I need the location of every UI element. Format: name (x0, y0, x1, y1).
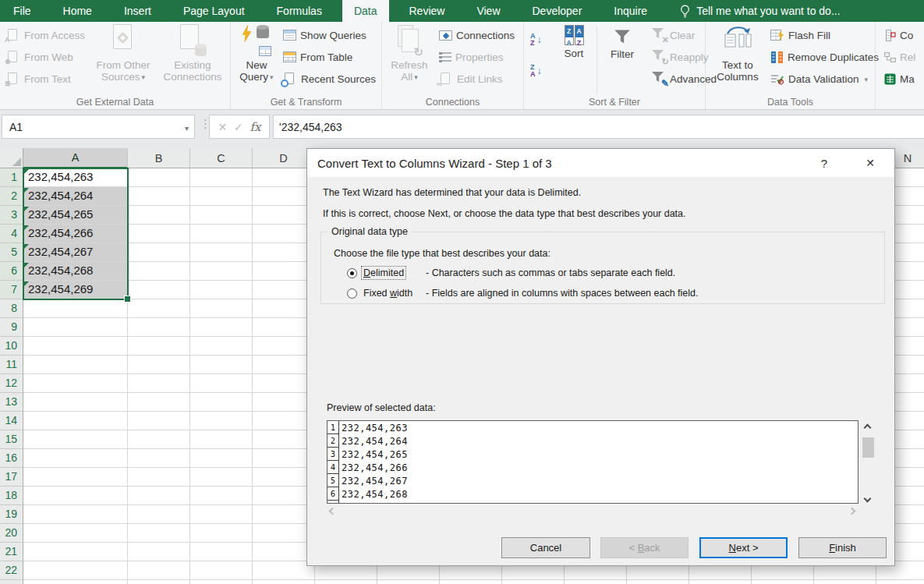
row-header[interactable]: 3 (0, 206, 23, 225)
fixed-width-radio[interactable] (347, 288, 357, 299)
cell-column-a[interactable] (23, 318, 128, 337)
tell-me-box[interactable]: Tell me what you want to do... (672, 0, 848, 22)
cell-column-a[interactable] (23, 487, 128, 505)
cell-column-a[interactable] (23, 337, 128, 356)
connections-button[interactable]: Connections (437, 24, 517, 46)
tab-review[interactable]: Review (398, 0, 457, 22)
remove-duplicates-button[interactable]: Remove Duplicates (768, 46, 881, 68)
row-header[interactable]: 20 (0, 524, 23, 543)
cell-column-a[interactable] (23, 449, 128, 468)
fixed-width-label[interactable]: Fixed width (362, 287, 426, 299)
tab-page-layout[interactable]: Page Layout (172, 0, 257, 22)
cell-column-a[interactable]: 232,454,266 (23, 225, 128, 243)
cell-column-a[interactable]: 232,454,267 (23, 243, 128, 262)
cell-column-a[interactable] (23, 299, 128, 318)
row-header[interactable]: 7 (0, 281, 23, 299)
from-access-button[interactable]: A From Access (4, 24, 87, 46)
tab-developer[interactable]: Developer (521, 0, 594, 22)
row-header[interactable]: 10 (0, 337, 23, 356)
cell-column-a[interactable] (23, 393, 128, 412)
edit-links-button[interactable]: ∞ Edit Links (437, 68, 517, 90)
text-to-columns-button[interactable]: Text to Columns (710, 23, 765, 83)
select-all-corner[interactable] (0, 148, 23, 168)
cell-column-a[interactable]: 232,454,269 (23, 281, 128, 299)
column-header-c[interactable]: C (190, 148, 253, 168)
cell-column-a[interactable]: 232,454,264 (23, 187, 128, 206)
row-header[interactable]: 5 (0, 243, 23, 262)
dialog-title-bar[interactable]: Convert Text to Columns Wizard - Step 1 … (307, 149, 894, 177)
preview-box[interactable]: 1 232,454,263 2 232,454,264 3 232,454,26… (327, 420, 859, 504)
tab-insert[interactable]: Insert (112, 0, 163, 22)
tab-home[interactable]: Home (51, 0, 104, 22)
manage-data-model-button[interactable]: Ma (882, 68, 918, 90)
cell-column-a[interactable] (23, 430, 128, 449)
dialog-help-button[interactable]: ? (812, 149, 837, 177)
row-header[interactable]: 21 (0, 543, 23, 561)
new-query-button[interactable]: New Query (235, 23, 278, 83)
row-header[interactable]: 11 (0, 356, 23, 374)
row-header[interactable]: 8 (0, 299, 23, 318)
row-header[interactable]: 1 (0, 168, 23, 187)
row-header[interactable]: 14 (0, 412, 23, 430)
cell-column-a[interactable] (23, 505, 128, 524)
column-header-a[interactable]: A (23, 148, 128, 168)
dialog-close-button[interactable]: ✕ (857, 149, 883, 177)
cell-column-a[interactable] (23, 543, 128, 561)
filter-button[interactable]: Filter (602, 25, 643, 60)
scrollbar-thumb[interactable] (862, 437, 874, 458)
name-box[interactable]: A1 ▾ (2, 115, 195, 139)
from-web-button[interactable]: ⊕ From Web (4, 46, 87, 68)
refresh-all-button[interactable]: ↻ Refresh All (385, 23, 434, 83)
finish-button[interactable]: Finish (798, 537, 887, 558)
cancel-entry-icon[interactable]: ✕ (218, 121, 227, 133)
row-header[interactable]: 18 (0, 487, 23, 505)
row-header[interactable]: 17 (0, 468, 23, 487)
row-header[interactable]: 19 (0, 505, 23, 524)
cancel-button[interactable]: Cancel (501, 537, 590, 558)
delimited-radio[interactable] (347, 268, 357, 278)
cell-column-a[interactable]: 232,454,268 (23, 262, 128, 281)
tab-formulas[interactable]: Formulas (265, 0, 334, 22)
cell-column-a[interactable] (23, 374, 128, 393)
sort-ascending-button[interactable]: AZ↓ (528, 24, 553, 55)
cell-column-a[interactable] (23, 580, 128, 584)
cell-column-a[interactable] (23, 468, 128, 487)
cell-column-a[interactable]: 232,454,265 (23, 206, 128, 225)
row-header[interactable]: 9 (0, 318, 23, 337)
row-header[interactable]: 2 (0, 187, 23, 206)
row-header[interactable]: 6 (0, 262, 23, 281)
column-header-d[interactable]: D (253, 148, 315, 168)
row-header[interactable]: 22 (0, 561, 23, 580)
cell-column-a[interactable] (23, 524, 128, 543)
recent-sources-button[interactable]: Recent Sources (281, 68, 378, 90)
row-header[interactable]: 12 (0, 374, 23, 393)
sort-descending-button[interactable]: ZA↓ (528, 55, 553, 87)
back-button[interactable]: < Back (600, 537, 689, 558)
cell-column-a[interactable]: 232,454,263 (23, 168, 128, 187)
consolidate-button[interactable]: Co (882, 24, 918, 46)
existing-connections-button[interactable]: Existing Connections (158, 23, 228, 83)
name-box-dropdown-icon[interactable]: ▾ (185, 124, 189, 133)
row-header[interactable]: 16 (0, 449, 23, 468)
tab-file[interactable]: File (2, 0, 43, 22)
tab-inquire[interactable]: Inquire (602, 0, 659, 22)
row-header[interactable]: 13 (0, 393, 23, 412)
delimited-label[interactable]: Delimited (362, 267, 426, 279)
sort-button[interactable]: Sort (555, 25, 593, 59)
properties-button[interactable]: Properties (437, 46, 517, 68)
confirm-entry-icon[interactable]: ✓ (234, 121, 243, 133)
cell-column-a[interactable] (23, 412, 128, 430)
cell-column-a[interactable] (23, 356, 128, 374)
show-queries-button[interactable]: Show Queries (281, 24, 378, 46)
column-header-b[interactable]: B (128, 148, 190, 168)
formula-input[interactable]: '232,454,263 (273, 115, 924, 139)
row-header[interactable]: 15 (0, 430, 23, 449)
from-table-button[interactable]: From Table (281, 46, 378, 68)
scroll-up-button[interactable] (865, 423, 871, 430)
insert-function-icon[interactable]: fx (250, 120, 261, 134)
from-other-sources-button[interactable]: From Other Sources (92, 23, 154, 83)
data-validation-button[interactable]: Data Validation (768, 68, 881, 90)
cell-column-a[interactable] (23, 561, 128, 580)
scroll-left-button[interactable] (328, 508, 336, 516)
tab-data[interactable]: Data (342, 0, 389, 22)
